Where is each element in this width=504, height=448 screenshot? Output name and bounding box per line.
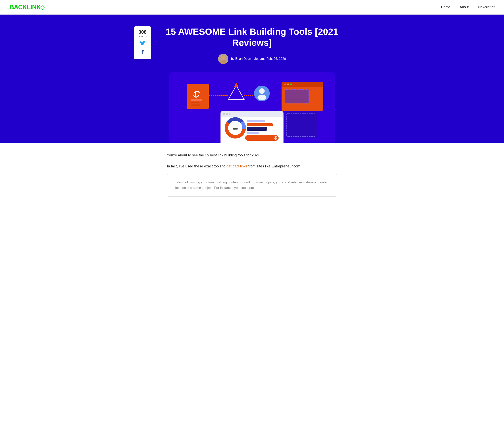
- intro-text-1: You're about to see the 15 best link bui…: [167, 153, 261, 157]
- nav-home[interactable]: Home: [441, 5, 450, 9]
- svg-rect-6: [191, 104, 200, 106]
- svg-rect-35: [247, 120, 265, 122]
- svg-point-13: [257, 95, 266, 100]
- svg-rect-4: [191, 99, 202, 101]
- svg-point-18: [290, 84, 292, 86]
- svg-point-27: [229, 113, 231, 115]
- svg-rect-43: [286, 112, 317, 138]
- svg-point-16: [284, 84, 286, 86]
- intro-text-2-start: In fact, I've used these exact tools to: [167, 164, 226, 168]
- logo-o: [40, 5, 45, 10]
- intro-text-2-end: from sites like Entrepreneur.com:: [247, 164, 301, 168]
- svg-rect-34: [233, 129, 238, 130]
- share-twitter-button[interactable]: [138, 40, 147, 47]
- main-content: You're about to see the 15 best link bui…: [158, 143, 346, 197]
- hero-inner: 308 shares 15 AWESOME Link Building Tool…: [158, 26, 346, 143]
- hero-title: 15 AWESOME Link Building Tools [2021 Rev…: [158, 26, 346, 48]
- quote-block: Instead of wasting your time building co…: [167, 174, 337, 197]
- facebook-icon: [140, 49, 145, 55]
- svg-rect-38: [247, 132, 259, 134]
- logo-text: BACKLINK: [9, 3, 41, 11]
- svg-marker-7: [228, 86, 244, 99]
- intro-paragraph-2: In fact, I've used these exact tools to …: [167, 163, 337, 169]
- svg-point-25: [223, 113, 225, 115]
- svg-rect-5: [191, 102, 199, 103]
- twitter-icon: [140, 40, 145, 46]
- author-line: by Brian Dean · Updated Feb. 06, 2020: [231, 57, 286, 61]
- svg-rect-19: [285, 89, 309, 103]
- svg-point-17: [287, 84, 289, 86]
- svg-rect-37: [247, 127, 267, 131]
- nav-about[interactable]: About: [460, 5, 469, 9]
- intro-paragraph-1: You're about to see the 15 best link bui…: [167, 152, 337, 158]
- navbar: BACKLINK Home About Newsletter: [0, 0, 504, 15]
- svg-point-1: [221, 56, 225, 60]
- svg-point-26: [226, 113, 228, 115]
- svg-rect-33: [233, 128, 238, 129]
- author-avatar: [218, 54, 228, 64]
- svg-rect-39: [245, 135, 279, 141]
- nav-links: Home About Newsletter: [441, 5, 495, 9]
- share-widget: 308 shares: [134, 26, 151, 59]
- hero-svg: [177, 80, 327, 143]
- svg-rect-32: [233, 127, 238, 127]
- nav-newsletter[interactable]: Newsletter: [478, 5, 495, 9]
- logo[interactable]: BACKLINK: [9, 3, 44, 11]
- svg-point-12: [259, 88, 265, 94]
- hero-author: by Brian Dean · Updated Feb. 06, 2020: [158, 54, 346, 64]
- share-label: shares: [138, 35, 147, 37]
- share-facebook-button[interactable]: [138, 49, 147, 56]
- svg-marker-8: [234, 83, 238, 86]
- share-count: 308: [138, 30, 147, 35]
- hero-section: 308 shares 15 AWESOME Link Building Tool…: [0, 15, 504, 143]
- backlinks-link[interactable]: get backlinks: [226, 164, 247, 168]
- svg-point-31: [230, 122, 241, 133]
- quote-text: Instead of wasting your time building co…: [173, 180, 331, 191]
- hero-illustration: [169, 72, 335, 143]
- svg-rect-36: [247, 123, 273, 126]
